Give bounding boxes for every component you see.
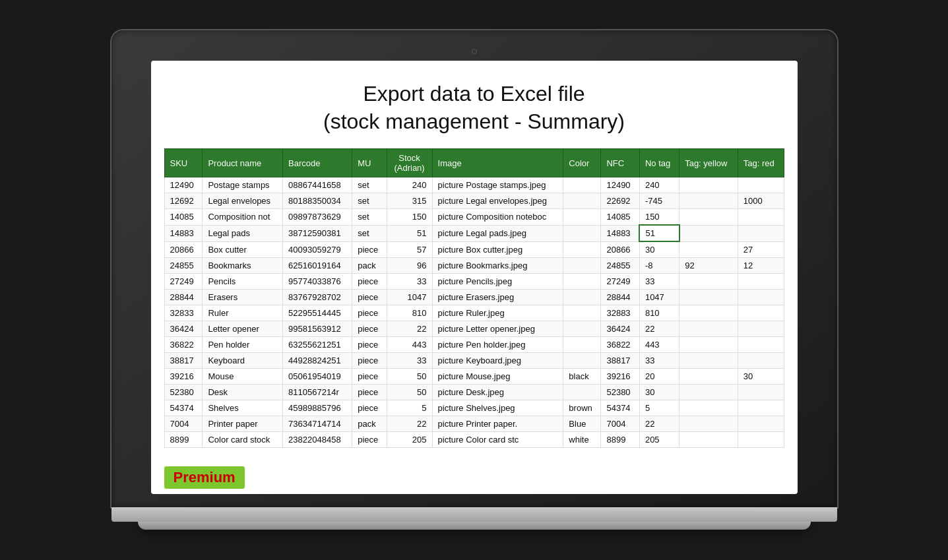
table-row: 12490Postage stamps08867441658set240pict…: [164, 177, 784, 193]
laptop-bottom: [138, 522, 811, 530]
table-cell: 50: [387, 385, 432, 400]
table-cell: [563, 290, 601, 305]
screen-area: Export data to Excel file (stock managem…: [151, 61, 798, 494]
table-cell: 22: [387, 321, 432, 337]
table-cell: [679, 290, 738, 305]
table-cell: [738, 416, 784, 432]
table-cell: piece: [352, 400, 387, 416]
table-cell: piece: [352, 274, 387, 290]
table-cell: piece: [352, 385, 387, 400]
table-cell: 24855: [601, 258, 639, 274]
table-cell: 52380: [164, 385, 203, 400]
table-cell: -8: [639, 258, 679, 274]
table-cell: 20866: [601, 241, 639, 258]
table-cell: 54374: [164, 400, 203, 416]
table-cell: Pencils: [203, 274, 283, 290]
table-cell: 05061954019: [283, 369, 352, 385]
table-cell: 8899: [164, 432, 203, 448]
table-cell[interactable]: 51: [639, 225, 679, 241]
table-cell: [738, 209, 784, 226]
table-cell: 810: [639, 305, 679, 321]
table-cell: piece: [352, 353, 387, 369]
table-cell: 09897873629: [283, 209, 352, 226]
table-cell: -745: [639, 193, 679, 209]
table-cell: Legal envelopes: [203, 193, 283, 209]
table-cell: 315: [387, 193, 432, 209]
table-cell: picture Letter opener.jpeg: [432, 321, 563, 337]
table-cell: picture Pencils.jpeg: [432, 274, 563, 290]
table-cell: Blue: [563, 416, 601, 432]
table-cell: 63255621251: [283, 337, 352, 353]
table-cell: 5: [387, 400, 432, 416]
table-cell: 73634714714: [283, 416, 352, 432]
table-cell: 96: [387, 258, 432, 274]
table-cell: picture Composition noteboc: [432, 209, 563, 226]
screen-bezel: Export data to Excel file (stock managem…: [111, 30, 837, 507]
table-cell: 14883: [164, 225, 203, 241]
table-cell: [679, 337, 738, 353]
table-cell: picture Shelves.jpeg: [432, 400, 563, 416]
table-cell: 1047: [387, 290, 432, 305]
table-cell: [563, 241, 601, 258]
table-row: 7004Printer paper73634714714pack22pictur…: [164, 416, 784, 432]
premium-badge: Premium: [164, 466, 245, 489]
table-cell: [563, 258, 601, 274]
table-cell: set: [352, 209, 387, 226]
table-cell: [563, 305, 601, 321]
header-tag-yellow: Tag: yellow: [679, 149, 738, 177]
table-cell: 33: [387, 274, 432, 290]
table-cell: 36822: [601, 337, 639, 353]
table-cell: picture Bookmarks.jpeg: [432, 258, 563, 274]
table-cell: pack: [352, 416, 387, 432]
table-cell: 52380: [601, 385, 639, 400]
table-cell: 8110567214r: [283, 385, 352, 400]
table-cell: 12: [738, 258, 784, 274]
laptop-container: Export data to Excel file (stock managem…: [111, 30, 837, 530]
table-cell: Desk: [203, 385, 283, 400]
table-cell: [738, 305, 784, 321]
table-cell: 27249: [601, 274, 639, 290]
table-cell: 22692: [601, 193, 639, 209]
table-row: 27249Pencils95774033876piece33picture Pe…: [164, 274, 784, 290]
table-cell: 54374: [601, 400, 639, 416]
table-cell: 57: [387, 241, 432, 258]
table-cell: [563, 321, 601, 337]
table-cell: [679, 209, 738, 226]
table-cell: 20866: [164, 241, 203, 258]
table-cell: [679, 225, 738, 241]
table-cell: piece: [352, 369, 387, 385]
table-cell: picture Legal envelopes.jpeg: [432, 193, 563, 209]
table-cell: [679, 274, 738, 290]
table-cell: 33: [639, 274, 679, 290]
header-image: Image: [432, 149, 563, 177]
table-cell: 205: [387, 432, 432, 448]
table-cell: 38712590381: [283, 225, 352, 241]
table-row: 36424Letter opener99581563912piece22pict…: [164, 321, 784, 337]
table-cell: [679, 400, 738, 416]
table-cell: piece: [352, 241, 387, 258]
table-cell: 443: [639, 337, 679, 353]
table-cell: 1000: [738, 193, 784, 209]
table-cell: picture Ruler.jpeg: [432, 305, 563, 321]
table-row: 24855Bookmarks62516019164pack96picture B…: [164, 258, 784, 274]
table-cell: [679, 353, 738, 369]
table-cell: Mouse: [203, 369, 283, 385]
table-cell: [738, 400, 784, 416]
table-cell: [738, 385, 784, 400]
table-cell: picture Erasers.jpeg: [432, 290, 563, 305]
stock-table: SKU Product name Barcode MU Stock(Adrian…: [164, 148, 784, 448]
table-row: 36822Pen holder63255621251piece443pictur…: [164, 337, 784, 353]
table-cell: Bookmarks: [203, 258, 283, 274]
page-title: Export data to Excel file (stock managem…: [151, 61, 798, 148]
table-cell: brown: [563, 400, 601, 416]
table-cell: 12490: [164, 177, 203, 193]
table-cell: [563, 177, 601, 193]
table-cell: Shelves: [203, 400, 283, 416]
table-cell: 20: [639, 369, 679, 385]
table-cell: Erasers: [203, 290, 283, 305]
table-row: 20866Box cutter40093059279piece57picture…: [164, 241, 784, 258]
header-tag-red: Tag: red: [738, 149, 784, 177]
table-cell: 38817: [601, 353, 639, 369]
table-cell: 36424: [164, 321, 203, 337]
table-cell: 30: [738, 369, 784, 385]
